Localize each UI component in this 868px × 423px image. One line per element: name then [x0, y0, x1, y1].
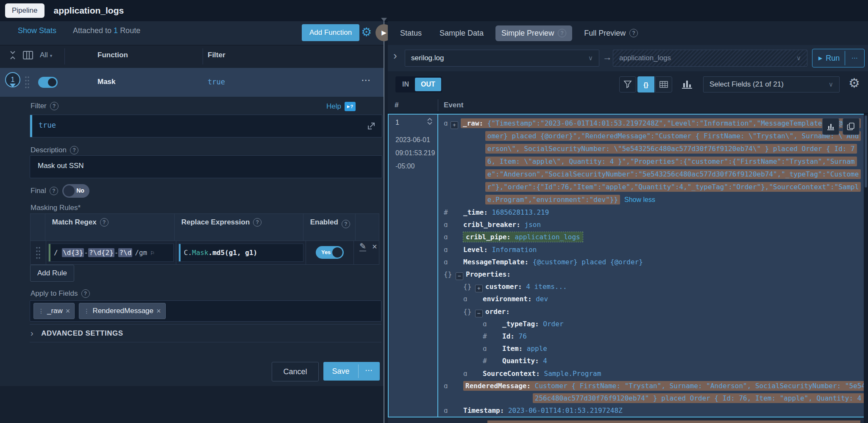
add-function-button[interactable]: Add Function: [302, 24, 359, 41]
add-rule-button[interactable]: Add Rule: [30, 265, 74, 282]
sample-file-dropdown[interactable]: serilog.log∨: [405, 50, 599, 67]
help-circle-icon[interactable]: ?: [70, 146, 78, 154]
field-value: {@customer} placed {@order}: [533, 258, 643, 266]
event-copy-button[interactable]: [843, 118, 860, 135]
expand-editor-icon[interactable]: [367, 121, 376, 132]
help-circle-icon[interactable]: ?: [100, 218, 108, 227]
braces-icon: {}: [643, 81, 648, 88]
in-out-toggle: IN OUT: [395, 76, 442, 92]
chevron-right-icon[interactable]: ›: [393, 49, 397, 62]
field-chip-_raw[interactable]: ⋮_raw×: [33, 303, 75, 319]
save-more-button[interactable]: ⋯: [359, 362, 380, 381]
arrow-right-icon: →: [603, 52, 612, 63]
event-number-cell: 1 2023-06-0109:01:53.219-05:00: [389, 115, 438, 417]
run-more-button[interactable]: ⋯: [845, 54, 864, 62]
panel-resize-divider[interactable]: [384, 18, 384, 423]
event-row[interactable]: 1 2023-06-0109:01:53.219-05:00 ɑ+_raw: {…: [388, 114, 865, 417]
flag-icon[interactable]: ⚐: [150, 249, 154, 257]
show-stats-link[interactable]: Show Stats: [18, 26, 56, 35]
save-button[interactable]: Save: [323, 362, 358, 381]
select-fields-dropdown[interactable]: Select Fields (21 of 21)∨: [703, 76, 840, 92]
event-field-raw: ɑ+_raw: {"Timestamp":"2023-06-01T14:01:5…: [444, 117, 865, 130]
apply-to-fields-input[interactable]: ⋮_raw×⋮RenderedMessage×: [30, 300, 381, 322]
match-regex-input[interactable]: / \d{3}-?\d{2}-?\d /gm ⚐: [48, 244, 174, 262]
preview-tabs: StatusSample DataSimple Preview?Full Pre…: [394, 21, 644, 45]
next-event-row-partial[interactable]: [388, 418, 865, 423]
pipeline-dropdown[interactable]: application_logs∨: [613, 50, 807, 67]
drag-handle-icon[interactable]: [25, 76, 30, 91]
field-type-indicator: ɑ: [483, 342, 502, 355]
event-expand-arrows[interactable]: [427, 118, 432, 125]
replace-expression-input[interactable]: C.Mask.md5(g1, g1): [178, 244, 303, 262]
run-button[interactable]: ▶ Run ⋯: [812, 49, 865, 67]
bar-chart-icon: [826, 122, 835, 131]
drag-handle-icon[interactable]: ⋮: [83, 308, 89, 314]
replace-call: .md5(g1, g1): [209, 249, 258, 257]
filter-expression-value: true: [39, 121, 56, 129]
preview-settings-gear-icon[interactable]: ⚙: [849, 76, 860, 90]
chevron-up-icon: [427, 118, 432, 121]
tab-sample-data[interactable]: Sample Data: [434, 25, 490, 41]
tab-simple-preview[interactable]: Simple Preview?: [495, 25, 572, 41]
help-circle-icon[interactable]: ?: [50, 187, 58, 195]
json-view-button[interactable]: {}: [637, 76, 654, 92]
field-name: order:: [485, 308, 510, 316]
function-menu-button[interactable]: ⋯: [361, 75, 371, 86]
help-circle-icon[interactable]: ?: [81, 289, 90, 298]
function-filter-value[interactable]: true: [208, 78, 225, 86]
tab-full-preview[interactable]: Full Preview?: [578, 25, 644, 41]
cancel-button[interactable]: Cancel: [272, 362, 319, 381]
tab-status[interactable]: Status: [394, 25, 428, 41]
advanced-settings-toggle[interactable]: › ADVANCED SETTINGS: [31, 328, 123, 338]
field-chip-RenderedMessage[interactable]: ⋮RenderedMessage×: [79, 303, 165, 319]
table-view-button[interactable]: [655, 76, 672, 92]
filter-expression-input[interactable]: true: [30, 115, 382, 137]
columns-icon[interactable]: [23, 51, 33, 61]
masking-rules-label: Masking Rules*: [31, 204, 81, 212]
help-circle-icon[interactable]: ?: [253, 218, 262, 227]
event-field-customer: {}+customer: 4 items...: [444, 280, 865, 293]
out-tab[interactable]: OUT: [415, 78, 441, 91]
event-field-_time: #_time: 1685628113.219: [444, 206, 865, 219]
help-circle-icon[interactable]: ?: [50, 102, 58, 110]
help-link[interactable]: Help ▶?: [326, 102, 356, 111]
group-filter-dropdown[interactable]: All ▾: [40, 51, 52, 59]
event-chart-button[interactable]: [822, 118, 839, 135]
rule-drag-handle[interactable]: [31, 241, 46, 264]
help-circle-icon[interactable]: ?: [558, 29, 566, 37]
field-value: Order: [543, 320, 563, 328]
event-field-RenderedMessage: ɑRenderedMessage: Customer { FirstName: …: [444, 380, 865, 392]
edit-rule-icon[interactable]: ✎: [359, 242, 366, 251]
expand-icon[interactable]: +: [475, 285, 483, 292]
pipeline-settings-gear-icon[interactable]: ⚙: [361, 24, 372, 41]
function-name[interactable]: Mask: [97, 78, 116, 86]
expand-icon[interactable]: +: [451, 121, 458, 129]
event-field-order: {}−order:: [444, 305, 865, 318]
filter-events-button[interactable]: [619, 76, 636, 92]
delete-rule-icon[interactable]: ×: [372, 242, 377, 252]
field-type-indicator: ɑ: [463, 367, 483, 380]
remove-chip-icon[interactable]: ×: [66, 307, 70, 316]
field-type-indicator: ɑ: [444, 244, 463, 256]
in-tab[interactable]: IN: [396, 81, 415, 88]
help-circle-icon[interactable]: ?: [342, 220, 350, 228]
final-toggle[interactable]: No: [62, 184, 89, 198]
field-name: environment:: [483, 295, 532, 303]
description-input[interactable]: Mask out SSN: [30, 155, 382, 178]
field-name: _time:: [463, 208, 488, 216]
collapse-icon[interactable]: −: [475, 310, 483, 317]
column-header-filter: Filter: [208, 51, 225, 59]
pipeline-badge[interactable]: Pipeline: [5, 3, 45, 18]
scrollbar-thumb[interactable]: [865, 115, 867, 188]
collapse-all-icon[interactable]: [8, 50, 17, 62]
rule-enabled-toggle[interactable]: Yes: [316, 246, 344, 259]
event-scrollbar[interactable]: [864, 114, 868, 423]
event-fields-list: #_time: 1685628113.219ɑcribl_breaker: js…: [444, 206, 865, 417]
chart-view-button[interactable]: [681, 78, 693, 91]
function-enabled-toggle[interactable]: [38, 77, 58, 88]
show-less-link[interactable]: Show less: [624, 196, 655, 203]
remove-chip-icon[interactable]: ×: [156, 307, 161, 316]
collapse-icon[interactable]: −: [456, 272, 463, 280]
drag-handle-icon[interactable]: ⋮: [38, 308, 44, 314]
help-circle-icon[interactable]: ?: [629, 29, 638, 37]
